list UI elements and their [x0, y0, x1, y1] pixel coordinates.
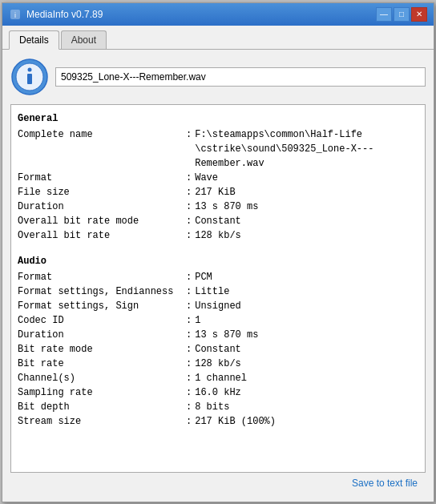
filename-display: 509325_Lone-X---Remember.wav [55, 67, 426, 87]
table-row: File size : 217 KiB [18, 185, 418, 200]
table-row: Bit rate : 128 kb/s [18, 357, 418, 371]
minimize-button[interactable]: — [376, 7, 392, 22]
tab-about[interactable]: About [61, 30, 107, 49]
window-controls: — □ ✕ [376, 7, 427, 22]
svg-point-4 [28, 67, 32, 71]
table-row: Codec ID : 1 [18, 313, 418, 328]
main-window: i MediaInfo v0.7.89 — □ ✕ Details About [2, 2, 434, 502]
tab-content: 509325_Lone-X---Remember.wav General Com… [2, 50, 434, 502]
table-row: Sampling rate : 16.0 kHz [18, 385, 418, 400]
title-bar: i MediaInfo v0.7.89 — □ ✕ [2, 3, 434, 26]
app-icon: i [9, 8, 22, 21]
general-section-title: General [18, 111, 418, 126]
save-to-text-link[interactable]: Save to text file [352, 478, 418, 489]
table-row: Format : Wave [18, 171, 418, 185]
table-row: Channel(s) : 1 channel [18, 371, 418, 385]
table-row: Complete name : F:\steamapps\common\Half… [18, 127, 418, 171]
svg-text:i: i [14, 11, 16, 19]
table-row: Overall bit rate mode : Constant [18, 214, 418, 228]
footer: Save to text file [10, 473, 426, 494]
table-row: Bit rate mode : Constant [18, 342, 418, 357]
info-area: General Complete name : F:\steamapps\com… [10, 104, 426, 473]
table-row: Format : PCM [18, 270, 418, 284]
table-row: Bit depth : 8 bits [18, 400, 418, 414]
maximize-button[interactable]: □ [394, 7, 410, 22]
title-bar-left: i MediaInfo v0.7.89 [9, 8, 103, 21]
file-header: 509325_Lone-X---Remember.wav [10, 58, 426, 96]
window-title: MediaInfo v0.7.89 [26, 9, 103, 20]
table-row: Format settings, Sign : Unsigned [18, 299, 418, 313]
mediainfo-logo [10, 58, 49, 96]
audio-section-title: Audio [18, 254, 418, 268]
table-row: Overall bit rate : 128 kb/s [18, 228, 418, 243]
table-row: Duration : 13 s 870 ms [18, 200, 418, 214]
tab-details[interactable]: Details [9, 30, 59, 50]
table-row: Stream size : 217 KiB (100%) [18, 414, 418, 429]
tab-bar: Details About [2, 26, 434, 50]
svg-rect-5 [27, 74, 32, 84]
table-row: Format settings, Endianness : Little [18, 284, 418, 299]
close-button[interactable]: ✕ [411, 7, 427, 22]
table-row: Duration : 13 s 870 ms [18, 328, 418, 342]
